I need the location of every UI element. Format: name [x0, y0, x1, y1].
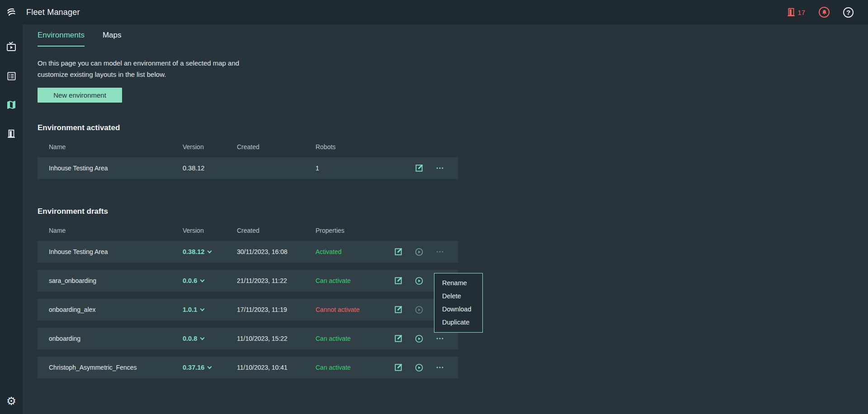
activate-button[interactable] — [415, 363, 424, 372]
edit-pencil-icon — [394, 305, 403, 314]
table-row: onboarding 0.0.8 11/10/2023, 15:22 Can a… — [38, 328, 458, 349]
sidebar-item-list[interactable] — [6, 71, 17, 81]
notifications-bell-icon — [821, 9, 828, 16]
env-robots: 1 — [316, 165, 387, 172]
sidebar-item-environments[interactable] — [6, 99, 17, 110]
sidebar-item-stations[interactable] — [6, 128, 17, 139]
notifications-button[interactable] — [819, 7, 830, 18]
menu-item-download[interactable]: Download — [434, 303, 482, 316]
env-name: sara_onboarding — [49, 277, 183, 284]
edit-pencil-icon — [394, 247, 403, 256]
version-dropdown[interactable]: 0.37.16 — [183, 364, 237, 371]
map-icon — [6, 99, 17, 110]
main-content: Environments Maps On this page you can m… — [23, 24, 868, 414]
env-name: Inhouse Testing Area — [49, 165, 183, 172]
status-badge: Activated — [316, 248, 387, 255]
drafts-table-header: Name Version Created Properties — [38, 226, 458, 235]
chevron-down-icon — [200, 278, 205, 282]
edit-button[interactable] — [394, 334, 403, 343]
status-badge: Can activate — [316, 364, 387, 371]
table-row: onboarding_alex 1.0.1 17/11/2023, 11:19 … — [38, 299, 458, 320]
alert-count-badge: 17 — [797, 9, 805, 16]
version-dropdown[interactable]: 0.0.8 — [183, 335, 237, 342]
activate-button[interactable] — [415, 247, 424, 256]
app-logo — [0, 6, 23, 19]
version-dropdown[interactable]: 0.0.6 — [183, 277, 237, 284]
ellipsis-icon — [435, 164, 444, 173]
edit-button[interactable] — [394, 305, 403, 314]
column-header-version: Version — [183, 143, 237, 151]
env-created: 11/10/2023, 10:41 — [237, 364, 316, 371]
edit-button[interactable] — [394, 363, 403, 372]
table-row: Christoph_Asymmetric_Fences 0.37.16 11/1… — [38, 357, 458, 378]
chevron-down-icon — [200, 336, 205, 340]
edit-pencil-icon — [415, 164, 424, 173]
more-actions-button[interactable] — [435, 164, 444, 173]
env-name: onboarding_alex — [49, 306, 183, 313]
table-row: sara_onboarding 0.0.6 21/11/2023, 11:22 … — [38, 270, 458, 292]
gear-icon: ⚙ — [6, 395, 16, 408]
status-badge: Cannot activate — [316, 306, 387, 313]
more-actions-button[interactable] — [435, 334, 444, 343]
env-created: 11/10/2023, 15:22 — [237, 335, 316, 342]
env-name: Inhouse Testing Area — [49, 248, 183, 255]
top-bar: Fleet Manager 17 ? — [0, 0, 868, 24]
activate-button[interactable] — [415, 305, 424, 314]
column-header-created: Created — [237, 227, 316, 234]
env-created: 21/11/2023, 11:22 — [237, 277, 316, 284]
menu-item-delete[interactable]: Delete — [434, 290, 482, 303]
ellipsis-icon — [435, 247, 444, 256]
column-header-properties: Properties — [316, 227, 387, 234]
env-created: 30/11/2023, 16:08 — [237, 248, 316, 255]
chevron-down-icon — [200, 307, 205, 311]
activated-section-title: Environment activated — [38, 123, 868, 132]
edit-pencil-icon — [394, 334, 403, 343]
activate-button[interactable] — [415, 276, 424, 285]
tab-maps[interactable]: Maps — [103, 31, 122, 47]
play-circle-icon — [415, 305, 424, 315]
activated-table: Name Version Created Robots Inhouse Test… — [38, 142, 868, 179]
tv-play-icon — [6, 42, 17, 52]
row-context-menu: Rename Delete Download Duplicate — [434, 273, 483, 333]
settings-button[interactable]: ⚙ — [6, 395, 16, 407]
more-actions-button[interactable] — [435, 363, 444, 372]
tab-environments[interactable]: Environments — [38, 31, 85, 47]
edit-button[interactable] — [394, 276, 403, 285]
help-button[interactable]: ? — [843, 7, 854, 18]
new-environment-button[interactable]: New environment — [38, 88, 122, 103]
version-dropdown[interactable]: 1.0.1 — [183, 306, 237, 313]
page-tabs: Environments Maps — [38, 31, 868, 47]
play-circle-icon — [415, 276, 424, 286]
sidebar-item-missions[interactable] — [6, 42, 17, 52]
play-circle-icon — [415, 363, 424, 372]
version-dropdown[interactable]: 0.38.12 — [183, 248, 237, 255]
menu-item-duplicate[interactable]: Duplicate — [434, 316, 482, 329]
column-header-robots: Robots — [316, 143, 387, 151]
table-row: Inhouse Testing Area 0.38.12 1 — [38, 157, 458, 179]
chevron-down-icon — [208, 249, 212, 254]
drafts-section-title: Environment drafts — [38, 207, 868, 216]
ellipsis-icon — [435, 363, 444, 372]
door-icon — [6, 128, 16, 139]
edit-button[interactable] — [415, 164, 424, 173]
play-circle-icon — [415, 247, 424, 257]
activate-button[interactable] — [415, 334, 424, 343]
app-title: Fleet Manager — [26, 8, 80, 17]
edit-pencil-icon — [394, 363, 403, 372]
menu-item-rename[interactable]: Rename — [434, 277, 482, 290]
page-description: On this page you can model an environmen… — [38, 57, 245, 80]
door-alert-button[interactable]: 17 — [786, 7, 805, 18]
layers-stack-logo-icon — [5, 6, 18, 19]
activated-table-header: Name Version Created Robots — [38, 142, 458, 151]
edit-button[interactable] — [394, 247, 403, 256]
play-circle-icon — [415, 334, 424, 343]
column-header-name: Name — [49, 227, 183, 234]
env-version: 0.38.12 — [183, 165, 237, 172]
env-created: 17/11/2023, 11:19 — [237, 306, 316, 313]
table-row: Inhouse Testing Area 0.38.12 30/11/2023,… — [38, 241, 458, 263]
edit-pencil-icon — [394, 276, 403, 285]
status-badge: Can activate — [316, 335, 387, 342]
more-actions-button[interactable] — [435, 247, 444, 256]
chevron-down-icon — [208, 365, 212, 369]
list-icon — [6, 71, 17, 81]
